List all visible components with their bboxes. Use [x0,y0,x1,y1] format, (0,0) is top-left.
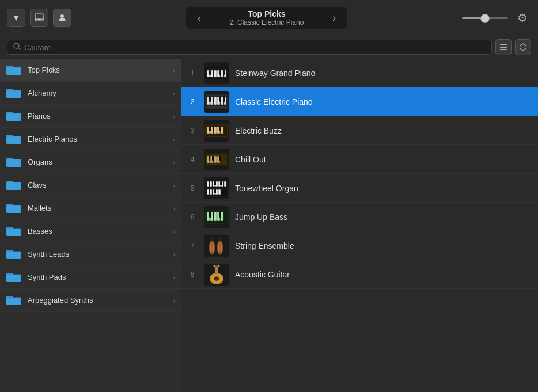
sidebar-label: Pianos [28,112,167,120]
top-bar-left: ▼ [7,9,71,27]
next-button[interactable]: › [328,12,340,24]
settings-button[interactable]: ⚙ [514,9,531,26]
top-bar: ▼ ‹ Top Picks 2: Classic Electric Piano … [0,0,538,36]
sidebar-item-mallets[interactable]: Mallets › [0,197,181,220]
search-input[interactable] [24,43,486,52]
nav-title: Top Picks 2: Classic Electric Piano [206,9,328,26]
svg-rect-6 [500,44,507,45]
svg-rect-136 [218,189,221,195]
svg-rect-35 [6,159,21,167]
instrument-thumbnail [204,264,229,286]
instrument-name: Chill Out [235,155,266,164]
svg-rect-138 [214,189,216,193]
main-layout: Top Picks › Alchemy › [0,59,538,392]
instrument-thumbnail [204,120,229,142]
svg-rect-147 [213,212,214,218]
instrument-thumbnail [204,149,229,170]
svg-rect-86 [223,70,225,75]
svg-rect-128 [209,181,210,185]
search-wrapper [7,40,492,55]
instrument-thumbnail [204,206,229,228]
sidebar-item-organs[interactable]: Organs › [0,151,181,174]
svg-rect-129 [214,181,216,185]
sidebar-item-arpeggiated-synths[interactable]: Arpeggiated Synths › [0,289,181,312]
row-number: 4 [187,155,198,163]
svg-rect-117 [212,156,214,161]
sidebar-item-pianos[interactable]: Pianos › [0,105,181,128]
svg-rect-137 [209,189,210,193]
svg-rect-23 [6,113,21,121]
folder-icon [6,110,22,123]
sidebar-item-top-picks[interactable]: Top Picks › [0,59,181,82]
svg-rect-8 [500,49,507,50]
content-row[interactable]: 4 Chill Out [181,145,538,174]
sidebar-item-clavs[interactable]: Clavs › [0,174,181,197]
folder-icon [6,202,22,215]
content-row[interactable]: 1 Steinway Grand Piano [181,59,538,87]
dropdown-icon: ▼ [12,13,20,22]
svg-rect-84 [213,70,214,75]
row-number: 2 [187,98,198,106]
svg-rect-11 [6,67,21,75]
svg-rect-83 [209,70,211,75]
search-row [0,36,538,59]
svg-rect-146 [209,212,211,218]
svg-rect-108 [213,127,214,131]
collapse-view-button[interactable] [515,39,531,55]
sidebar-label: Mallets [28,204,167,212]
chevron-right-icon: › [173,67,175,74]
content-row[interactable]: 8 Acoustic Guitar [181,260,538,289]
dropdown-button[interactable]: ▼ [7,9,25,27]
svg-rect-97 [219,97,221,102]
sidebar-label: Basses [28,227,167,235]
svg-rect-130 [220,181,222,185]
prev-button[interactable]: ‹ [193,12,206,24]
svg-rect-96 [213,97,214,102]
row-number: 3 [187,127,198,135]
svg-rect-41 [6,182,21,190]
svg-point-3 [60,14,64,18]
content-row[interactable]: 5 Tonewheel Organ [181,174,538,203]
inbox-icon [35,13,44,22]
chevron-right-icon: › [173,251,175,258]
slider-thumb [480,14,490,23]
svg-rect-59 [6,252,21,259]
inbox-button[interactable] [30,9,48,27]
chevron-right-icon: › [173,113,175,120]
svg-rect-53 [6,229,21,236]
sidebar-item-electric-pianos[interactable]: Electric Pianos › [0,128,181,151]
sidebar-item-basses[interactable]: Basses › [0,220,181,243]
user-button[interactable] [53,9,71,27]
instrument-thumbnail [204,177,229,199]
content-row[interactable]: 6 Jump Up Bass [181,203,538,231]
sidebar-label: Top Picks [28,66,167,74]
svg-point-4 [14,43,19,48]
folder-icon [6,225,22,238]
sidebar-item-alchemy[interactable]: Alchemy › [0,82,181,105]
content-row[interactable]: 2 Classic Electric Piano [181,87,538,116]
svg-rect-29 [6,136,21,144]
svg-point-166 [214,265,215,267]
sidebar-item-synth-pads[interactable]: Synth Pads › [0,266,181,289]
sidebar-item-synth-leads[interactable]: Synth Leads › [0,243,181,266]
sidebar-label: Organs [28,158,167,166]
svg-point-167 [218,265,220,267]
svg-rect-109 [219,127,221,131]
svg-rect-116 [209,156,210,161]
instrument-name: Jump Up Bass [235,212,287,222]
list-view-button[interactable] [495,39,512,55]
instrument-thumbnail [204,235,229,257]
folder-icon [6,87,22,100]
nav-title-sub: 2: Classic Electric Piano [206,18,328,26]
content-row[interactable]: 3 Electric Buzz [181,116,538,145]
nav-title-main: Top Picks [206,9,328,18]
navigation-center: ‹ Top Picks 2: Classic Electric Piano › [186,7,347,29]
svg-rect-65 [6,275,21,282]
svg-rect-148 [219,212,221,218]
volume-slider[interactable] [462,17,508,19]
sidebar-label: Electric Pianos [28,135,167,143]
chevron-right-icon: › [173,90,175,97]
row-number: 6 [187,213,198,221]
content-row[interactable]: 7 String Ensemble [181,231,538,260]
gear-icon: ⚙ [517,11,528,25]
